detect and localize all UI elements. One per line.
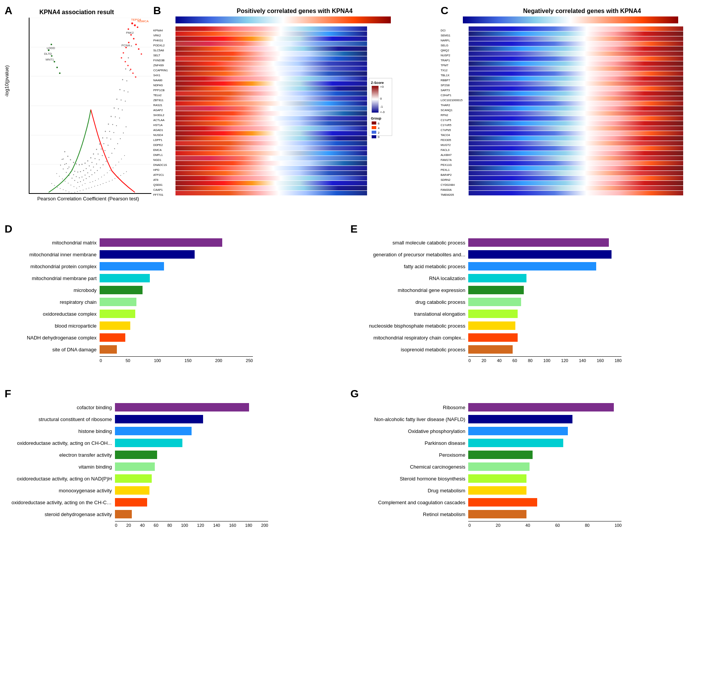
svg-rect-274 <box>175 191 367 195</box>
bar-row-D-7: blood microparticle <box>11 321 346 331</box>
svg-point-48 <box>60 188 61 189</box>
svg-text:DMFL1: DMFL1 <box>153 153 163 157</box>
svg-text:RAS21: RAS21 <box>153 103 162 107</box>
bar-label-G-1: Non-alcoholic fatty liver disease (NAFLD… <box>357 416 468 422</box>
svg-text:SCANQ1: SCANQ1 <box>441 108 453 112</box>
svg-text:FACL3: FACL3 <box>441 148 449 152</box>
svg-point-45 <box>115 178 115 179</box>
bar-G-4 <box>468 451 533 459</box>
svg-point-143 <box>121 100 122 101</box>
panel-b-heatmap: KPNA4 VRK2 PHKG1 PODXL2 SLC5A8 SELT FXND… <box>152 25 437 201</box>
svg-point-167 <box>122 79 123 80</box>
bar-G-7 <box>468 486 526 495</box>
axis-tick: 20 <box>126 523 131 528</box>
bar-label-E-5: drug catabolic process <box>357 299 468 305</box>
svg-point-28 <box>89 188 89 189</box>
bar-F-7 <box>115 486 149 495</box>
axis-tick: 100 <box>181 523 188 528</box>
svg-point-38 <box>74 192 75 193</box>
bar-row-F-2: histone binding <box>11 426 346 436</box>
svg-point-65 <box>107 172 108 173</box>
svg-text:HPD: HPD <box>153 168 159 172</box>
svg-point-118 <box>73 174 74 175</box>
svg-text:RBBP7: RBBP7 <box>441 79 450 82</box>
bar-row-F-4: electron transfer activity <box>11 450 346 460</box>
bar-label-D-4: microbody <box>11 287 100 293</box>
svg-rect-269 <box>175 166 367 170</box>
svg-point-138 <box>80 171 81 172</box>
bar-G-1 <box>468 415 572 423</box>
svg-point-160 <box>85 163 86 164</box>
svg-point-196 <box>59 72 61 74</box>
bar-row-F-7: monooxygenase activity <box>11 485 346 495</box>
bar-row-E-5: drug catabolic process <box>357 297 720 307</box>
bar-label-F-5: vitamin binding <box>11 464 115 470</box>
svg-text:FEX305: FEX305 <box>441 138 451 142</box>
svg-text:ZNF499: ZNF499 <box>153 64 164 67</box>
panel-b: B Positively correlated genes with KPNA4… <box>152 4 437 218</box>
svg-point-184 <box>138 48 139 50</box>
bar-row-E-6: translational elongation <box>357 309 720 319</box>
svg-point-98 <box>66 172 67 173</box>
bar-row-E-3: RNA localization <box>357 273 720 283</box>
bar-label-G-6: Steroid hormone biosynthesis <box>357 476 468 482</box>
svg-point-56 <box>92 181 93 182</box>
bar-row-D-0: mitochondrial matrix <box>11 238 346 248</box>
svg-text:TEPO4: TEPO4 <box>131 18 141 21</box>
bar-row-D-5: respiratory chain <box>11 297 346 307</box>
bar-row-D-9: site of DNA damage <box>11 344 346 354</box>
svg-rect-258 <box>175 111 367 116</box>
svg-point-104 <box>96 164 97 164</box>
svg-text:Z-Score: Z-Score <box>371 81 384 85</box>
bar-label-F-1: structural constituent of ribosome <box>11 416 115 422</box>
svg-point-166 <box>76 164 77 165</box>
svg-rect-254 <box>175 91 367 96</box>
svg-point-79 <box>92 174 92 175</box>
svg-point-192 <box>135 76 136 78</box>
bar-row-F-8: oxidoreductase activity, acting on the C… <box>11 497 346 507</box>
axis-tick: 40 <box>497 358 502 363</box>
svg-text:0: 0 <box>378 135 380 139</box>
bar-label-F-7: monooxygenase activity <box>11 488 115 493</box>
svg-point-145 <box>124 90 125 92</box>
volcano-plot-svg: 0 5 10 15 20 25 30 <box>29 18 151 194</box>
svg-point-110 <box>85 175 85 175</box>
svg-point-62 <box>79 186 80 187</box>
svg-rect-271 <box>175 176 367 180</box>
svg-point-94 <box>72 178 72 179</box>
bar-row-D-2: mitochondrial protein complex <box>11 261 346 271</box>
axis-tick: 180 <box>615 358 621 363</box>
svg-rect-333 <box>469 66 683 71</box>
svg-point-71 <box>115 165 116 166</box>
svg-point-164 <box>79 164 80 166</box>
bar-D-5 <box>100 298 136 306</box>
bar-label-E-6: translational elongation <box>357 311 468 317</box>
svg-text:Group: Group <box>371 116 381 120</box>
bar-label-D-1: mitochondrial inner membrane <box>11 252 100 257</box>
svg-point-149 <box>130 70 131 71</box>
svg-point-112 <box>82 177 82 177</box>
svg-point-55 <box>90 182 90 183</box>
svg-text:AT8: AT8 <box>153 178 158 182</box>
volcano-y-axis-label: -log10(pvalue) <box>4 65 10 97</box>
axis-tick: 120 <box>197 523 204 528</box>
svg-text:PCNA: PCNA <box>121 44 130 47</box>
svg-text:0: 0 <box>380 97 382 100</box>
axis-tick: 180 <box>245 523 252 528</box>
svg-rect-356 <box>469 181 683 185</box>
svg-rect-343 <box>469 116 683 121</box>
svg-rect-268 <box>175 161 367 166</box>
panel-e-label: E <box>350 223 357 235</box>
svg-rect-248 <box>175 61 367 66</box>
bar-G-2 <box>468 427 568 435</box>
svg-point-87 <box>106 161 107 162</box>
svg-point-148 <box>66 163 67 164</box>
svg-rect-283 <box>372 121 376 125</box>
svg-rect-252 <box>175 81 367 86</box>
axis-tick: 140 <box>579 358 586 363</box>
svg-point-128 <box>98 154 99 155</box>
panel-c-label: C <box>441 5 448 17</box>
svg-rect-264 <box>175 141 367 146</box>
bar-D-3 <box>100 274 150 282</box>
axis-tick: 80 <box>528 358 533 363</box>
